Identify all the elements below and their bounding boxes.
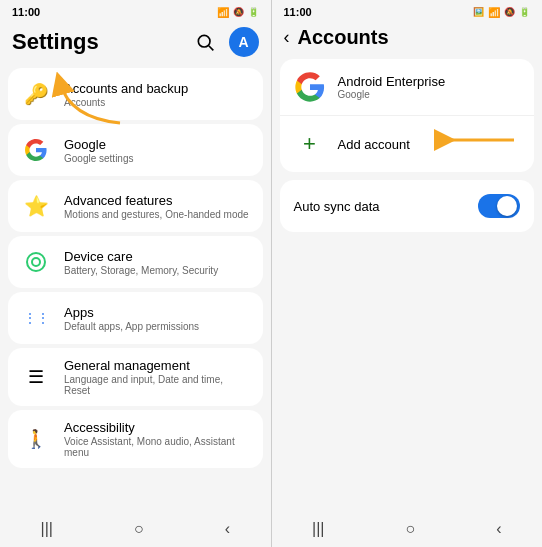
sidebar-item-device-care[interactable]: Device care Battery, Storage, Memory, Se…	[8, 236, 263, 288]
right-status-bar: 11:00 🖼️ 📶 🔕 🔋	[272, 0, 543, 20]
wifi-icon: 📶	[217, 7, 229, 18]
left-nav-bar: ||| ○ ‹	[0, 511, 271, 547]
sidebar-item-accounts-backup[interactable]: 🔑 Accounts and backup Accounts	[8, 68, 263, 120]
search-button[interactable]	[189, 26, 221, 58]
sidebar-item-advanced[interactable]: ⭐ Advanced features Motions and gestures…	[8, 180, 263, 232]
left-status-bar: 11:00 📶 🔕 🔋	[0, 0, 271, 20]
right-battery-icon: 🔋	[519, 7, 530, 17]
accessibility-title: Accessibility	[64, 420, 251, 435]
right-time: 11:00	[284, 6, 312, 18]
apps-icon: ⋮⋮	[20, 302, 52, 334]
accessibility-text: Accessibility Voice Assistant, Mono audi…	[64, 420, 251, 458]
right-nav-menu[interactable]: |||	[312, 520, 324, 538]
add-icon: +	[294, 128, 326, 160]
apps-text: Apps Default apps, App permissions	[64, 305, 199, 332]
google-subtitle: Google settings	[64, 153, 134, 164]
left-panel: 11:00 📶 🔕 🔋 Settings A 🔑 Accounts and ba…	[0, 0, 271, 547]
key-icon: 🔑	[20, 78, 52, 110]
enterprise-google-icon	[294, 71, 326, 103]
account-item-enterprise[interactable]: Android Enterprise Google	[280, 59, 535, 116]
add-account-item[interactable]: + Add account	[280, 116, 535, 172]
enterprise-name: Android Enterprise	[338, 74, 446, 89]
accounts-section: Android Enterprise Google + Add account	[280, 59, 535, 172]
general-text: General management Language and input, D…	[64, 358, 251, 396]
right-page-title: Accounts	[298, 26, 389, 49]
right-wifi-icon: 📶	[488, 7, 500, 18]
right-title-bar: ‹ Accounts	[272, 20, 543, 59]
apps-title: Apps	[64, 305, 199, 320]
apps-subtitle: Default apps, App permissions	[64, 321, 199, 332]
left-time: 11:00	[12, 6, 40, 18]
accounts-backup-title: Accounts and backup	[64, 81, 188, 96]
sync-label: Auto sync data	[294, 199, 380, 214]
advanced-icon: ⭐	[20, 190, 52, 222]
left-nav-back[interactable]: ‹	[225, 520, 230, 538]
sidebar-item-google[interactable]: Google Google settings	[8, 124, 263, 176]
left-header-icons: A	[189, 26, 259, 58]
accessibility-subtitle: Voice Assistant, Mono audio, Assistant m…	[64, 436, 251, 458]
device-care-icon	[20, 246, 52, 278]
advanced-text: Advanced features Motions and gestures, …	[64, 193, 249, 220]
advanced-subtitle: Motions and gestures, One-handed mode	[64, 209, 249, 220]
left-nav-menu[interactable]: |||	[41, 520, 53, 538]
google-title: Google	[64, 137, 134, 152]
enterprise-account-text: Android Enterprise Google	[338, 74, 446, 100]
svg-line-1	[208, 46, 213, 51]
device-care-subtitle: Battery, Storage, Memory, Security	[64, 265, 218, 276]
right-nav-bar: ||| ○ ‹	[272, 511, 543, 547]
right-nav-back[interactable]: ‹	[496, 520, 501, 538]
settings-list: 🔑 Accounts and backup Accounts Google Go…	[0, 68, 271, 468]
battery-icon: 🔋	[248, 7, 259, 17]
sidebar-item-general[interactable]: ☰ General management Language and input,…	[8, 348, 263, 406]
accessibility-icon: 🚶	[20, 423, 52, 455]
left-header: Settings A	[0, 20, 271, 68]
right-status-icons: 🖼️ 📶 🔕 🔋	[473, 7, 530, 18]
sidebar-item-apps[interactable]: ⋮⋮ Apps Default apps, App permissions	[8, 292, 263, 344]
right-panel: 11:00 🖼️ 📶 🔕 🔋 ‹ Accounts Android	[272, 0, 543, 547]
device-care-text: Device care Battery, Storage, Memory, Se…	[64, 249, 218, 276]
toggle-knob	[497, 196, 517, 216]
accounts-backup-text: Accounts and backup Accounts	[64, 81, 188, 108]
advanced-title: Advanced features	[64, 193, 249, 208]
enterprise-type: Google	[338, 89, 446, 100]
svg-point-0	[198, 35, 210, 47]
accounts-backup-subtitle: Accounts	[64, 97, 188, 108]
general-title: General management	[64, 358, 251, 373]
google-icon	[20, 134, 52, 166]
svg-point-2	[27, 253, 45, 271]
add-account-label: Add account	[338, 137, 410, 152]
left-nav-home[interactable]: ○	[134, 520, 144, 538]
back-button[interactable]: ‹	[284, 27, 290, 48]
left-status-icons: 📶 🔕 🔋	[217, 7, 259, 18]
svg-point-3	[32, 258, 40, 266]
google-text: Google Google settings	[64, 137, 134, 164]
device-care-title: Device care	[64, 249, 218, 264]
sync-row[interactable]: Auto sync data	[280, 180, 535, 232]
sync-toggle[interactable]	[478, 194, 520, 218]
right-signal-icon: 🔕	[504, 7, 515, 17]
left-page-title: Settings	[12, 29, 99, 55]
general-subtitle: Language and input, Date and time, Reset	[64, 374, 251, 396]
general-icon: ☰	[20, 361, 52, 393]
signal-icon: 🔕	[233, 7, 244, 17]
avatar[interactable]: A	[229, 27, 259, 57]
search-icon	[195, 32, 215, 52]
right-nav-home[interactable]: ○	[405, 520, 415, 538]
sidebar-item-accessibility[interactable]: 🚶 Accessibility Voice Assistant, Mono au…	[8, 410, 263, 468]
right-image-icon: 🖼️	[473, 7, 484, 17]
